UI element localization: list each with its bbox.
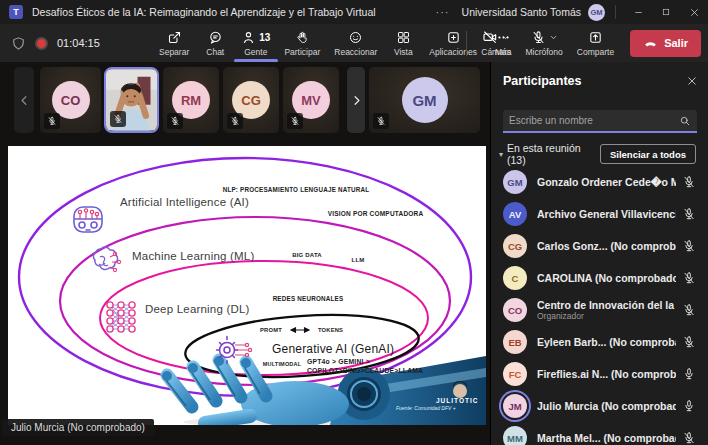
double-arrow-icon [287, 327, 313, 333]
chevron-right-icon [350, 94, 363, 107]
video-tile-gm[interactable]: GM [369, 67, 480, 133]
account-avatar[interactable]: GM [588, 4, 605, 21]
annotation-redes: REDES NEURONALES [262, 295, 354, 302]
close-window-button[interactable] [680, 0, 708, 24]
recording-indicator-icon [35, 37, 48, 50]
participant-name: CAROLINA (No comprobado) [537, 272, 676, 284]
mic-off-icon [531, 30, 546, 45]
participant-name: Martha Mel... (No comprobado) [537, 432, 676, 444]
participant-search[interactable] [503, 110, 697, 133]
participant-row[interactable]: JM Julio Murcia (No comprobado) [491, 390, 708, 422]
microphone-chevron-icon[interactable] [549, 33, 558, 42]
avatar: AV [503, 202, 527, 226]
participant-name: Carlos Gonz... (No comprobado) [537, 240, 676, 252]
close-icon [686, 75, 698, 87]
share-button[interactable]: Comparte [570, 30, 621, 57]
teams-logo-icon: T [9, 5, 23, 19]
search-input[interactable] [503, 115, 679, 126]
ai-robot-head-icon [68, 198, 108, 238]
mic-off-badge [227, 113, 243, 129]
titlebar-more-icon[interactable]: ··· [436, 6, 450, 18]
mic-off-badge [373, 113, 389, 129]
avatar: CG [503, 234, 527, 258]
filmstrip-next-button[interactable] [347, 67, 365, 133]
annotation-bigdata: BIG DATA [277, 252, 337, 258]
microphone-button[interactable]: Micrófono [518, 30, 569, 57]
mic-off-badge [167, 113, 183, 129]
meeting-timer: 01:04:15 [57, 37, 100, 49]
leave-button[interactable]: Salir [630, 30, 701, 57]
participant-filmstrip: CO RM [0, 66, 490, 134]
participant-row[interactable]: C CAROLINA (No comprobado) [491, 262, 708, 294]
view-button[interactable]: Vista [384, 24, 422, 62]
section-caret-icon[interactable]: ▾ [499, 150, 503, 159]
mic-status-icon[interactable] [682, 239, 696, 253]
avatar: MM [503, 426, 527, 445]
camera-chevron-icon[interactable] [501, 33, 510, 42]
close-panel-button[interactable] [686, 75, 698, 87]
mic-status-icon[interactable] [682, 399, 696, 413]
smiley-icon [348, 30, 363, 45]
mic-status-icon[interactable] [682, 271, 696, 285]
section-label[interactable]: En esta reunión (13) [507, 142, 600, 166]
minimize-button[interactable] [624, 0, 652, 24]
participant-name: Archivo General Villavicencio [537, 208, 676, 220]
titlebar-divider [615, 5, 616, 19]
grid-icon [396, 30, 411, 45]
toolbar-divider [466, 31, 467, 56]
chat-button[interactable]: Chat [196, 24, 234, 62]
annotation-multimodal: MULTIMODAL [255, 361, 309, 367]
participant-name: Julio Murcia (No comprobado) [537, 400, 676, 412]
mic-status-icon[interactable] [682, 335, 696, 349]
camera-off-icon [482, 29, 498, 45]
mic-off-badge [44, 113, 60, 129]
mic-off-badge [110, 111, 126, 127]
svg-text:JULITOTIC: JULITOTIC [436, 397, 478, 404]
participant-row[interactable]: EB Eyleen Barb... (No comprobado) [491, 326, 708, 358]
annotation-llm: LLM [338, 257, 378, 263]
participant-name: Fireflies.ai N... (No comprobado) [537, 368, 676, 380]
separate-button[interactable]: Separar [152, 24, 196, 62]
mic-status-icon[interactable] [682, 303, 696, 317]
mute-all-button[interactable]: Silenciar a todos [600, 144, 696, 164]
participant-row[interactable]: CG Carlos Gonz... (No comprobado) [491, 230, 708, 262]
filmstrip-prev-button[interactable] [14, 67, 34, 133]
shared-screen-content: Fuente: Comunidad DFV + JULITOTIC [8, 146, 486, 425]
mic-status-icon[interactable] [682, 367, 696, 381]
avatar: EB [503, 330, 527, 354]
camera-button[interactable]: Cámara [474, 30, 518, 57]
participant-list: GM Gonzalo Ordener Cede�o Me... AV Archi… [491, 166, 708, 445]
react-button[interactable]: Reaccionar [327, 24, 384, 62]
mic-status-icon[interactable] [682, 207, 696, 221]
participant-row[interactable]: AV Archivo General Villavicencio [491, 198, 708, 230]
people-count: 13 [259, 32, 270, 43]
video-tile-rm[interactable]: RM [163, 67, 219, 133]
annotation-models-2: COPILOT>BING>CLAUDE>LLAMA [307, 367, 423, 374]
video-tile-co[interactable]: CO [40, 67, 101, 133]
search-icon [679, 115, 691, 127]
video-tile-mv[interactable]: MV [283, 67, 339, 133]
participant-row[interactable]: GM Gonzalo Ordener Cede�o Me... [491, 166, 708, 198]
teams-meeting-window: T Desafíos Éticos de la IA: Reimaginando… [0, 0, 708, 445]
participant-row[interactable]: CO Centro de Innovación del la O... Orga… [491, 294, 708, 326]
ml-brain-circuit-icon [88, 244, 124, 280]
annotation-vision: VISION POR COMPUTADORA [308, 210, 443, 217]
avatar: C [503, 266, 527, 290]
raise-hand-button[interactable]: Participar [277, 24, 327, 62]
video-tile-camera-on[interactable] [104, 67, 159, 133]
avatar: GM [503, 170, 527, 194]
people-button[interactable]: 13 Gente [234, 24, 277, 62]
hang-up-icon [643, 36, 658, 51]
shield-icon [11, 36, 26, 51]
participant-row[interactable]: MM Martha Mel... (No comprobado) [491, 422, 708, 445]
ring-label-ml: Machine Learning (ML) [132, 250, 254, 262]
video-tile-cg[interactable]: CG [223, 67, 279, 133]
participant-row[interactable]: FC Fireflies.ai N... (No comprobado) [491, 358, 708, 390]
panel-title: Participantes [503, 74, 686, 88]
mic-status-icon[interactable] [682, 175, 696, 189]
maximize-button[interactable] [652, 0, 680, 24]
people-icon [241, 30, 256, 45]
avatar: JM [503, 394, 527, 418]
raise-hand-icon [295, 30, 310, 45]
mic-status-icon[interactable] [682, 431, 696, 445]
